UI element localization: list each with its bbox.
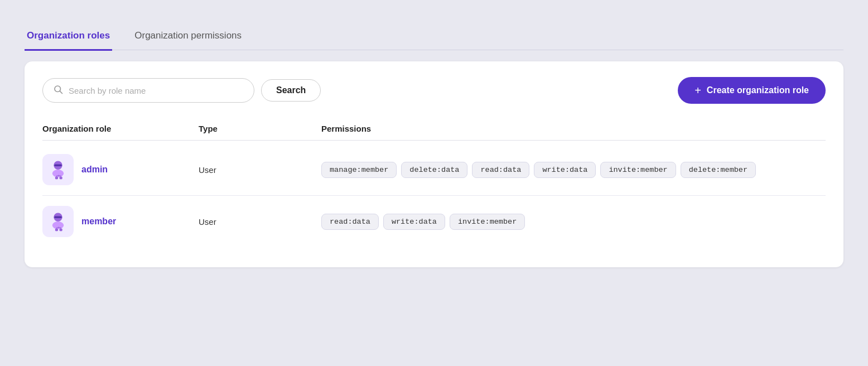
perm-badge: read:data: [472, 162, 529, 178]
svg-rect-6: [60, 177, 62, 179]
search-input[interactable]: [69, 86, 244, 95]
col-org-role: Organization role: [42, 124, 199, 133]
perm-badge: delete:data: [401, 162, 467, 178]
type-cell-member: User: [199, 217, 321, 227]
tab-org-permissions[interactable]: Organization permissions: [132, 23, 244, 51]
permissions-cell-admin: manage:member delete:data read:data writ…: [321, 162, 826, 178]
toolbar: Search + Create organization role: [42, 77, 826, 104]
perm-badge: write:data: [534, 162, 596, 178]
perm-badge: manage:member: [321, 162, 397, 178]
svg-rect-5: [55, 177, 58, 179]
perm-badge: invite:member: [450, 214, 525, 230]
avatar-member: [42, 206, 74, 237]
create-button-label: Create organization role: [707, 85, 809, 95]
role-name-admin[interactable]: admin: [81, 165, 108, 175]
role-cell-member: member: [42, 206, 199, 237]
perm-badge: delete:member: [681, 162, 756, 178]
search-input-wrapper: [42, 78, 254, 103]
create-plus-icon: +: [695, 85, 701, 96]
table-row: admin User manage:member delete:data rea…: [42, 144, 826, 196]
col-permissions: Permissions: [321, 124, 826, 133]
page-container: Organization roles Organization permissi…: [11, 11, 857, 366]
svg-rect-12: [54, 216, 62, 218]
perm-badge: read:data: [321, 214, 379, 230]
tabs-bar: Organization roles Organization permissi…: [25, 22, 843, 50]
avatar-admin: [42, 154, 74, 185]
table-row: member User read:data write:data invite:…: [42, 196, 826, 247]
role-name-member[interactable]: member: [81, 216, 116, 227]
type-cell-admin: User: [199, 165, 321, 175]
search-button[interactable]: Search: [261, 79, 321, 102]
table-header: Organization role Type Permissions: [42, 119, 826, 141]
search-icon: [53, 84, 63, 97]
svg-rect-14: [55, 229, 58, 231]
create-org-role-button[interactable]: + Create organization role: [678, 77, 826, 104]
svg-line-1: [60, 91, 62, 93]
main-card: Search + Create organization role Organi…: [25, 61, 843, 267]
permissions-cell-member: read:data write:data invite:member: [321, 214, 826, 230]
perm-badge: invite:member: [600, 162, 676, 178]
tab-org-roles[interactable]: Organization roles: [25, 23, 112, 51]
svg-rect-3: [54, 165, 62, 166]
role-cell-admin: admin: [42, 154, 199, 185]
svg-rect-15: [60, 229, 62, 231]
col-type: Type: [199, 124, 321, 133]
perm-badge: write:data: [383, 214, 445, 230]
